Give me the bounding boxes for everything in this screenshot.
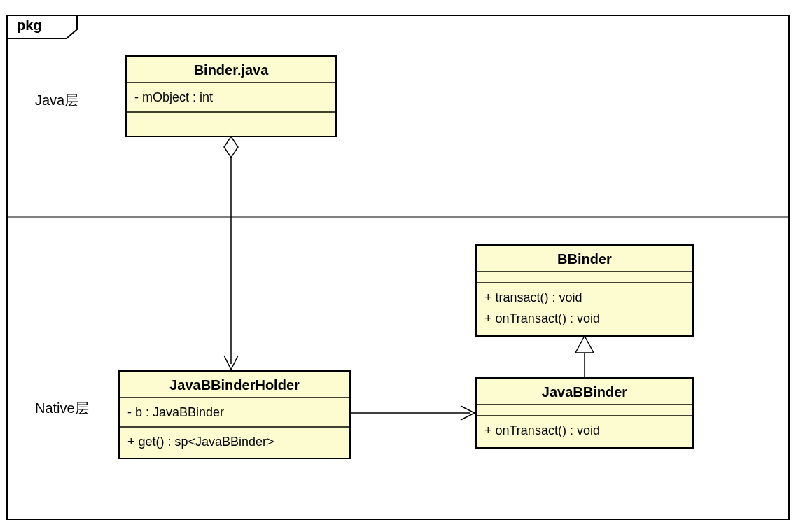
class-javabbinder-title: JavaBBinder [542, 384, 627, 400]
rel-javabbinder-bbinder [575, 336, 594, 378]
class-holder-title: JavaBBinderHolder [169, 377, 300, 393]
class-holder: JavaBBinderHolder - b : JavaBBinder + ge… [119, 371, 350, 458]
class-bbinder-op-1: + onTransact() : void [484, 312, 600, 326]
class-binder: Binder.java - mObject : int [126, 56, 336, 136]
rel-holder-javabbinder [350, 406, 475, 420]
class-javabbinder: JavaBBinder + onTransact() : void [476, 378, 693, 448]
class-bbinder: BBinder + transact() : void + onTransact… [476, 245, 693, 336]
class-binder-title: Binder.java [194, 62, 270, 78]
class-bbinder-title: BBinder [557, 251, 612, 267]
class-holder-attr-0: - b : JavaBBinder [127, 405, 224, 419]
class-javabbinder-op-0: + onTransact() : void [484, 424, 600, 438]
uml-diagram: pkg Java层 Native层 Binder.java - mObject … [0, 0, 796, 532]
package-label: pkg [17, 18, 42, 33]
rel-binder-holder [224, 136, 238, 370]
class-bbinder-op-0: + transact() : void [484, 290, 582, 304]
class-binder-attr-0: - mObject : int [134, 90, 213, 104]
zone-java-label: Java层 [35, 92, 78, 108]
class-holder-op-0: + get() : sp<JavaBBinder> [127, 435, 274, 449]
zone-native-label: Native层 [35, 400, 89, 416]
